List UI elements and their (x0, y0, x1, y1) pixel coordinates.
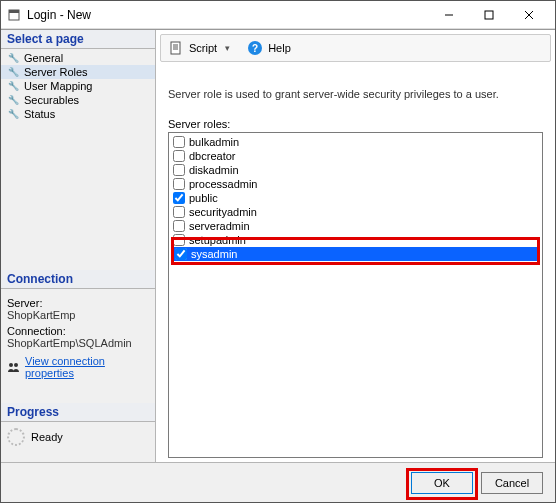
role-checkbox-sysadmin[interactable] (175, 248, 187, 260)
role-label: setupadmin (189, 234, 246, 246)
script-button[interactable]: Script (189, 42, 217, 54)
wrench-icon: 🔧 (7, 67, 20, 77)
help-button[interactable]: Help (268, 42, 291, 54)
role-label: processadmin (189, 178, 257, 190)
close-button[interactable] (509, 1, 549, 29)
role-item-public[interactable]: public (171, 191, 540, 205)
cancel-button[interactable]: Cancel (481, 472, 543, 494)
page-item-securables[interactable]: 🔧Securables (1, 93, 155, 107)
server-roles-listbox[interactable]: bulkadmindbcreatordiskadminprocessadminp… (168, 132, 543, 458)
script-dropdown-arrow-icon[interactable]: ▾ (223, 43, 232, 53)
dialog-button-row: OK Cancel (1, 462, 555, 502)
role-item-serveradmin[interactable]: serveradmin (171, 219, 540, 233)
server-label: Server: (7, 297, 149, 309)
wrench-icon: 🔧 (7, 81, 20, 91)
script-icon (169, 41, 183, 55)
app-icon (7, 8, 21, 22)
role-label: dbcreator (189, 150, 235, 162)
page-item-label: General (24, 52, 63, 64)
minimize-button[interactable] (429, 1, 469, 29)
main-area: Server role is used to grant server-wide… (156, 62, 555, 462)
progress-spinner-icon (7, 428, 25, 446)
role-checkbox-serveradmin[interactable] (173, 220, 185, 232)
login-new-window: Login - New Select a page 🔧General🔧Serve… (0, 0, 556, 503)
progress-header: Progress (1, 403, 155, 422)
server-roles-label: Server roles: (168, 118, 543, 130)
progress-text: Ready (31, 431, 63, 443)
page-item-label: Status (24, 108, 55, 120)
role-checkbox-processadmin[interactable] (173, 178, 185, 190)
svg-rect-8 (171, 42, 180, 54)
connection-label: Connection: (7, 325, 149, 337)
connection-value: ShopKartEmp\SQLAdmin (7, 337, 149, 349)
svg-rect-3 (485, 11, 493, 19)
role-item-sysadmin[interactable]: sysadmin (173, 247, 538, 261)
role-checkbox-public[interactable] (173, 192, 185, 204)
page-list: 🔧General🔧Server Roles🔧User Mapping🔧Secur… (1, 49, 155, 123)
page-item-label: Server Roles (24, 66, 88, 78)
svg-point-6 (9, 363, 13, 367)
wrench-icon: 🔧 (7, 109, 20, 119)
role-label: sysadmin (191, 248, 237, 260)
role-item-diskadmin[interactable]: diskadmin (171, 163, 540, 177)
server-value: ShopKartEmp (7, 309, 149, 321)
page-item-status[interactable]: 🔧Status (1, 107, 155, 121)
role-label: bulkadmin (189, 136, 239, 148)
page-description: Server role is used to grant server-wide… (168, 88, 543, 100)
ok-button[interactable]: OK (411, 472, 473, 494)
wrench-icon: 🔧 (7, 95, 20, 105)
role-checkbox-bulkadmin[interactable] (173, 136, 185, 148)
page-item-general[interactable]: 🔧General (1, 51, 155, 65)
help-icon: ? (248, 41, 262, 55)
svg-point-7 (14, 363, 18, 367)
progress-block: Ready (1, 422, 155, 452)
role-item-bulkadmin[interactable]: bulkadmin (171, 135, 540, 149)
title-bar: Login - New (1, 1, 555, 29)
page-item-server-roles[interactable]: 🔧Server Roles (1, 65, 155, 79)
left-pane: Select a page 🔧General🔧Server Roles🔧User… (1, 30, 156, 462)
toolbar: Script ▾ ? Help (160, 34, 551, 62)
role-item-processadmin[interactable]: processadmin (171, 177, 540, 191)
connection-header: Connection (1, 270, 155, 289)
content-area: Select a page 🔧General🔧Server Roles🔧User… (1, 29, 555, 462)
wrench-icon: 🔧 (7, 53, 20, 63)
role-checkbox-securityadmin[interactable] (173, 206, 185, 218)
view-connection-link[interactable]: View connection properties (25, 355, 149, 379)
connection-block: Server: ShopKartEmp Connection: ShopKart… (1, 289, 155, 383)
role-label: serveradmin (189, 220, 250, 232)
right-pane: Script ▾ ? Help Server role is used to g… (156, 30, 555, 462)
role-checkbox-dbcreator[interactable] (173, 150, 185, 162)
page-item-label: User Mapping (24, 80, 92, 92)
role-item-securityadmin[interactable]: securityadmin (171, 205, 540, 219)
people-icon (7, 361, 21, 373)
role-checkbox-setupadmin[interactable] (173, 234, 185, 246)
maximize-button[interactable] (469, 1, 509, 29)
page-item-user-mapping[interactable]: 🔧User Mapping (1, 79, 155, 93)
window-title: Login - New (27, 8, 91, 22)
role-item-dbcreator[interactable]: dbcreator (171, 149, 540, 163)
role-checkbox-diskadmin[interactable] (173, 164, 185, 176)
role-label: securityadmin (189, 206, 257, 218)
role-label: public (189, 192, 218, 204)
page-item-label: Securables (24, 94, 79, 106)
select-page-header: Select a page (1, 30, 155, 49)
role-label: diskadmin (189, 164, 239, 176)
svg-rect-1 (9, 10, 19, 13)
role-item-setupadmin[interactable]: setupadmin (171, 233, 540, 247)
